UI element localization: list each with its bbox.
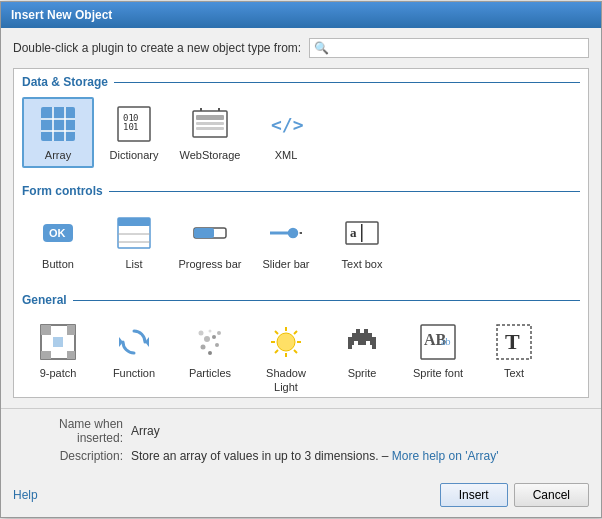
plugin-item-webstorage[interactable]: WebStorage [174,97,246,168]
search-input[interactable] [333,41,584,55]
buttons-right: Insert Cancel [440,483,589,507]
shadow-light-label: Shadow Light [254,367,318,393]
plugin-list-area: Data & Storage [13,68,589,398]
plugin-item-text-box[interactable]: a Text box [326,206,398,277]
section-header-general: General [22,293,580,307]
svg-line-53 [294,350,297,353]
svg-rect-60 [348,341,354,345]
svg-rect-35 [67,351,75,359]
section-data-storage: Data & Storage [14,69,588,178]
slider-bar-label: Slider bar [262,258,309,271]
plugin-item-function[interactable]: Function [98,315,170,398]
plugin-item-slider-bar[interactable]: Slider bar [250,206,322,277]
bottom-panel: Name when inserted: Array Description: S… [1,408,601,475]
search-row: Double-click a plugin to create a new ob… [13,38,589,58]
desc-label: Description: [13,449,123,463]
plugin-item-array[interactable]: Array [22,97,94,168]
svg-point-44 [199,331,204,336]
9patch-icon [37,321,79,363]
plugin-item-particles[interactable]: Particles [174,315,246,398]
svg-rect-64 [372,345,376,349]
section-general: General [14,287,588,398]
data-storage-grid: Array 01 10 0 1 Di [22,97,580,168]
insert-new-object-dialog: Insert New Object Double-click a plugin … [0,1,602,518]
svg-rect-62 [370,341,376,345]
xml-label: XML [275,149,298,162]
general-grid: 9-patch Functi [22,315,580,398]
progress-bar-label: Progress bar [179,258,242,271]
plugin-item-9patch[interactable]: 9-patch [22,315,94,398]
plugin-item-xml[interactable]: </> XML [250,97,322,168]
array-label: Array [45,149,71,162]
svg-rect-58 [352,333,372,337]
plugin-item-button[interactable]: OK Button [22,206,94,277]
svg-text:T: T [505,329,520,354]
svg-rect-30 [361,224,363,242]
plugin-item-sprite[interactable]: Sprite [326,315,398,398]
name-label: Name when inserted: [13,417,123,445]
svg-rect-12 [196,122,224,125]
svg-point-47 [277,333,295,351]
search-box: 🔍 [309,38,589,58]
button-label: Button [42,258,74,271]
svg-rect-63 [348,345,352,349]
slider-bar-icon [265,212,307,254]
dictionary-label: Dictionary [110,149,159,162]
desc-row: Description: Store an array of values in… [13,449,589,463]
svg-point-41 [215,343,219,347]
particles-icon [189,321,231,363]
insert-button[interactable]: Insert [440,483,508,507]
svg-rect-59 [348,337,376,341]
svg-rect-0 [41,107,75,141]
desc-text: Store an array of values in up to 3 dime… [131,449,498,463]
plugin-item-list[interactable]: List [98,206,170,277]
list-label: List [125,258,142,271]
text-box-icon: a [341,212,383,254]
svg-text:1: 1 [133,122,138,132]
dialog-body: Double-click a plugin to create a new ob… [1,28,601,408]
cancel-button[interactable]: Cancel [514,483,589,507]
help-link[interactable]: Help [13,488,38,502]
search-icon: 🔍 [314,41,329,55]
particles-label: Particles [189,367,231,380]
function-label: Function [113,367,155,380]
svg-rect-20 [118,218,150,226]
plugin-item-text[interactable]: T Text [478,315,550,398]
form-controls-grid: OK Button [22,206,580,277]
list-icon [113,212,155,254]
svg-text:OK: OK [49,227,66,239]
svg-text:ab: ab [441,336,450,347]
sprite-font-icon: AB ab [417,321,459,363]
svg-rect-11 [196,115,224,120]
svg-rect-56 [356,329,360,333]
svg-rect-24 [194,228,214,238]
svg-rect-34 [41,351,51,359]
section-header-data-storage: Data & Storage [22,75,580,89]
plugin-item-dictionary[interactable]: 01 10 0 1 Dictionary [98,97,170,168]
svg-point-46 [209,330,212,333]
search-label: Double-click a plugin to create a new ob… [13,41,301,55]
svg-line-54 [294,331,297,334]
svg-point-40 [201,345,206,350]
more-help-link[interactable]: More help on 'Array' [392,449,499,463]
svg-rect-57 [364,329,368,333]
svg-rect-32 [41,325,51,335]
svg-point-43 [212,335,216,339]
title-bar: Insert New Object [1,2,601,28]
section-header-form-controls: Form controls [22,184,580,198]
svg-text:</>: </> [271,114,304,135]
sprite-label: Sprite [348,367,377,380]
svg-rect-33 [67,325,75,335]
plugin-item-progress-bar[interactable]: Progress bar [174,206,246,277]
svg-point-45 [217,331,221,335]
webstorage-label: WebStorage [180,149,241,162]
plugin-item-shadow-light[interactable]: Shadow Light [250,315,322,398]
svg-point-42 [204,336,210,342]
sprite-icon [341,321,383,363]
plugin-item-sprite-font[interactable]: AB ab Sprite font [402,315,474,398]
text-label: Text [504,367,524,380]
shadow-light-icon [265,321,307,363]
svg-rect-61 [358,341,366,345]
array-icon [37,103,79,145]
dictionary-icon: 01 10 0 1 [113,103,155,145]
